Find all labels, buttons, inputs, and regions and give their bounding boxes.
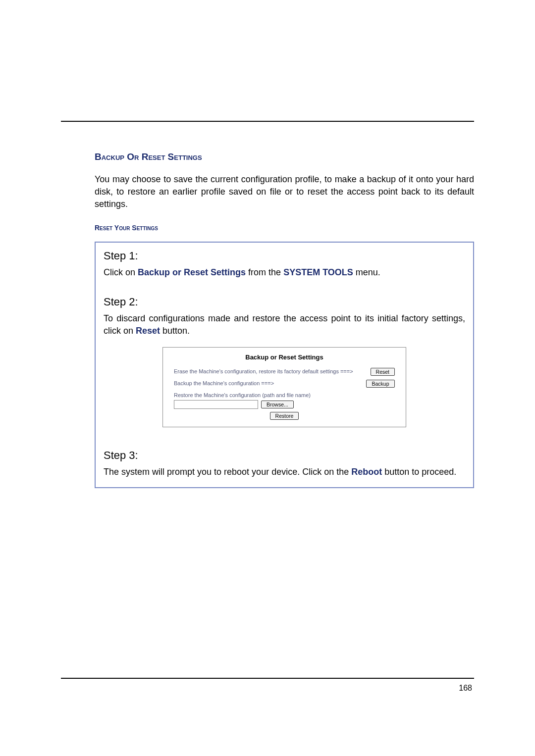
settings-figure: Backup or Reset Settings Erase the Machi… — [162, 347, 406, 427]
intro-paragraph: You may choose to save the current confi… — [95, 173, 474, 211]
erase-row: Erase the Machine's configuration, resto… — [174, 368, 395, 376]
step-1-kw-backup-reset: Backup or Reset Settings — [138, 267, 246, 277]
step-1-post: menu. — [353, 267, 380, 277]
step-3-title: Step 3: — [104, 449, 465, 462]
backup-label: Backup the Machine's configuration ===> — [174, 380, 361, 387]
subsection-heading: Reset Your Settings — [95, 224, 474, 232]
browse-button[interactable]: Browse... — [261, 401, 294, 408]
reset-button[interactable]: Reset — [371, 368, 395, 376]
erase-label: Erase the Machine's configuration, resto… — [174, 368, 366, 375]
step-2-post: button. — [160, 326, 190, 336]
step-3-pre: The system will prompt you to reboot you… — [104, 467, 351, 477]
step-3-text: The system will prompt you to reboot you… — [104, 466, 465, 478]
footer-rule — [61, 678, 474, 679]
step-3-post: button to proceed. — [382, 467, 456, 477]
restore-button[interactable]: Restore — [270, 412, 299, 420]
page-number: 168 — [61, 684, 474, 693]
restore-row: Restore the Machine's configuration (pat… — [174, 392, 395, 420]
header-rule — [61, 121, 474, 122]
step-2-title: Step 2: — [104, 296, 465, 308]
restore-label: Restore the Machine's configuration (pat… — [174, 392, 395, 399]
steps-container: Step 1: Click on Backup or Reset Setting… — [95, 242, 474, 489]
step-1-pre: Click on — [104, 267, 138, 277]
backup-button[interactable]: Backup — [366, 380, 395, 388]
step-2-kw-reset: Reset — [136, 326, 160, 336]
step-3-kw-reboot: Reboot — [351, 467, 382, 477]
figure-title: Backup or Reset Settings — [163, 351, 406, 368]
backup-row: Backup the Machine's configuration ===> … — [174, 380, 395, 388]
step-1-mid: from the — [246, 267, 283, 277]
step-2-text: To discard configurations made and resto… — [104, 312, 465, 337]
step-1-kw-system-tools: SYSTEM TOOLS — [283, 267, 353, 277]
step-1-title: Step 1: — [104, 250, 465, 262]
restore-file-input[interactable] — [174, 400, 258, 409]
section-heading: Backup Or Reset Settings — [95, 151, 474, 162]
page-footer: 168 — [61, 678, 474, 693]
step-1-text: Click on Backup or Reset Settings from t… — [104, 266, 465, 279]
